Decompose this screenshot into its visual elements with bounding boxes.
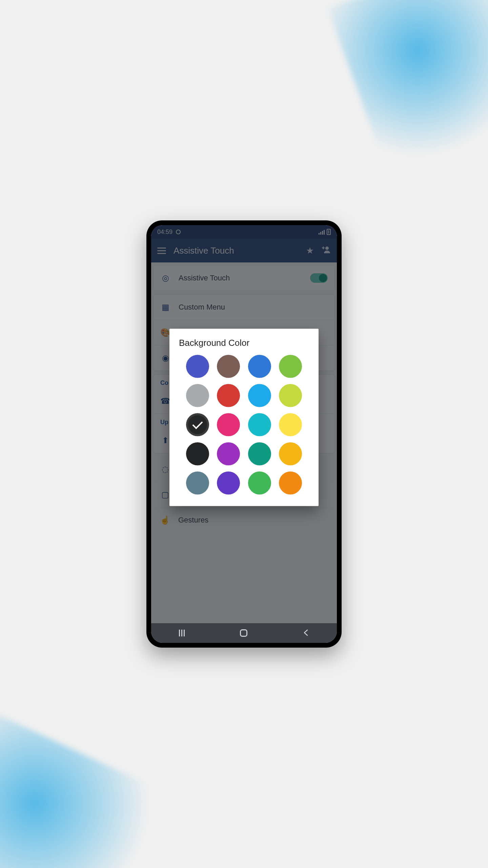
system-nav-bar — [151, 623, 337, 643]
color-swatch[interactable] — [279, 413, 302, 436]
color-swatch[interactable] — [217, 442, 240, 465]
color-swatch[interactable] — [186, 442, 209, 465]
color-swatch[interactable] — [279, 384, 302, 407]
dialog-title: Background Color — [179, 337, 309, 348]
color-swatch[interactable] — [279, 471, 302, 494]
color-swatch[interactable] — [248, 355, 271, 378]
color-swatch[interactable] — [248, 442, 271, 465]
color-swatch[interactable] — [279, 355, 302, 378]
nav-home-button[interactable] — [240, 629, 247, 637]
decorative-smoke-bottom — [0, 708, 180, 868]
color-swatch[interactable] — [186, 384, 209, 407]
color-swatch[interactable] — [248, 471, 271, 494]
color-swatch[interactable] — [217, 471, 240, 494]
color-swatch[interactable] — [248, 384, 271, 407]
color-swatch[interactable] — [248, 413, 271, 436]
color-swatch[interactable] — [217, 413, 240, 436]
phone-frame: 04:59 Assistive Touch ★ — [146, 220, 342, 648]
background-color-dialog: Background Color — [169, 329, 319, 506]
decorative-smoke-top — [328, 0, 488, 174]
color-swatch[interactable] — [217, 355, 240, 378]
nav-recents-button[interactable] — [179, 630, 185, 636]
nav-back-button[interactable] — [303, 628, 309, 638]
color-swatch[interactable] — [186, 355, 209, 378]
color-swatch[interactable] — [279, 442, 302, 465]
color-swatch-grid — [179, 355, 309, 494]
color-swatch[interactable] — [186, 471, 209, 494]
color-swatch[interactable] — [186, 413, 209, 436]
color-swatch[interactable] — [217, 384, 240, 407]
